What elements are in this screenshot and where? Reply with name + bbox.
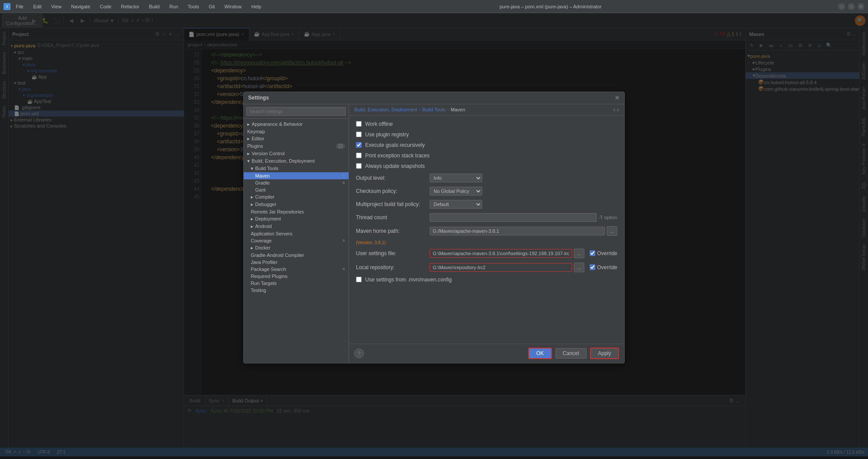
docker-arrow: ▸ — [251, 245, 253, 251]
nav-java-profiler[interactable]: Java Profiler — [244, 259, 349, 266]
nav-coverage[interactable]: Coverage ≡ — [244, 237, 349, 244]
dialog-titlebar: Settings ✕ — [244, 92, 624, 104]
user-settings-label: User settings file: — [356, 250, 426, 256]
thread-count-suffix: -T option — [598, 215, 617, 220]
settings-search-input[interactable] — [246, 107, 346, 116]
output-level-row: Output level: Info Debug Error — [356, 174, 617, 182]
plugins-badge: 15 — [336, 143, 345, 149]
nav-editor-label: Editor — [252, 136, 264, 141]
nav-version-control[interactable]: ▸ Version Control — [244, 150, 349, 157]
nav-appearance[interactable]: ▸ Appearance & Behavior — [244, 121, 349, 128]
nav-gradle[interactable]: Gradle ≡ — [244, 179, 349, 186]
nav-build-tools[interactable]: ▾ Build Tools — [244, 165, 349, 172]
nav-package-search-label: Package Search — [251, 267, 286, 272]
menu-refactor[interactable]: Refactor — [119, 3, 141, 10]
use-mvn-settings-row: Use settings from .mvn/maven.config — [356, 277, 617, 283]
use-plugin-registry-checkbox[interactable] — [356, 132, 362, 137]
dialog-cancel-button[interactable]: Cancel — [555, 348, 587, 359]
checksum-policy-dropdown[interactable]: No Global Policy Warn Fail — [430, 187, 482, 196]
dialog-help-button[interactable]: ? — [354, 349, 364, 358]
nav-build-exec-deploy[interactable]: ▾ Build, Execution, Deployment — [244, 157, 349, 165]
compiler-arrow: ▸ — [251, 194, 253, 200]
nav-testing[interactable]: Testing — [244, 287, 349, 294]
local-repo-browse-btn[interactable]: ... — [574, 263, 584, 272]
user-settings-value: ... Override — [430, 249, 617, 258]
nav-debugger[interactable]: ▸ Debugger — [244, 201, 349, 208]
menu-git[interactable]: Git — [207, 3, 217, 10]
execute-goals-checkbox[interactable] — [356, 142, 362, 148]
nav-plugins[interactable]: Plugins 15 — [244, 142, 349, 150]
nav-editor[interactable]: ▸ Editor — [244, 135, 349, 142]
local-repo-input[interactable] — [430, 263, 572, 272]
menu-code[interactable]: Code — [98, 3, 113, 10]
nav-app-servers-label: Application Servers — [251, 231, 292, 236]
nav-compiler-label: Compiler — [255, 194, 274, 199]
thread-count-label: Thread count — [356, 214, 426, 221]
coverage-badge: ≡ — [342, 238, 345, 243]
menu-file[interactable]: File — [14, 3, 25, 10]
menu-run[interactable]: Run — [167, 3, 180, 10]
bc-build-tools[interactable]: Build Tools — [422, 107, 445, 112]
execute-goals-label: Execute goals recursively — [365, 142, 425, 148]
menu-tools[interactable]: Tools — [186, 3, 201, 10]
print-exception-checkbox[interactable] — [356, 153, 362, 158]
nav-appearance-label: Appearance & Behavior — [252, 121, 302, 127]
output-level-dropdown[interactable]: Info Debug Error — [430, 174, 482, 182]
bc-back-arrow[interactable]: ‹ — [613, 106, 615, 113]
menu-navigate[interactable]: Navigate — [69, 3, 92, 10]
work-offline-checkbox[interactable] — [356, 121, 362, 127]
use-plugin-registry-label: Use plugin registry — [365, 132, 409, 138]
menu-window[interactable]: Window — [223, 3, 243, 10]
local-repo-row: Local repository: ... Override — [356, 263, 617, 272]
menu-build[interactable]: Build — [147, 3, 161, 10]
dialog-close-button[interactable]: ✕ — [615, 94, 620, 101]
always-update-checkbox[interactable] — [356, 163, 362, 169]
nav-gradle-label: Gradle — [255, 180, 270, 185]
dialog-apply-button[interactable]: Apply — [590, 348, 619, 359]
nav-app-servers[interactable]: Application Servers — [244, 230, 349, 237]
nav-deployment[interactable]: ▸ Deployment — [244, 215, 349, 223]
bc-build[interactable]: Build, Execution, Deployment — [354, 107, 417, 112]
multiproject-dropdown[interactable]: Default Always Never — [430, 200, 482, 209]
nav-debugger-label: Debugger — [255, 202, 276, 207]
always-update-row: Always update snapshots — [356, 163, 617, 169]
use-mvn-settings-checkbox[interactable] — [356, 277, 362, 282]
multiproject-row: Multiproject build fail policy: Default … — [356, 200, 617, 209]
user-settings-override-checkbox[interactable] — [590, 250, 595, 256]
nav-android[interactable]: ▸ Android — [244, 223, 349, 230]
menu-help[interactable]: Help — [249, 3, 263, 10]
menu-edit[interactable]: Edit — [32, 3, 43, 10]
appearance-arrow: ▸ — [247, 121, 250, 127]
nav-run-targets-label: Run Targets — [251, 281, 277, 286]
nav-remote-jar[interactable]: Remote Jar Repositories — [244, 208, 349, 215]
close-button[interactable]: ✕ — [857, 3, 864, 10]
minimize-button[interactable]: — — [838, 3, 845, 10]
user-settings-input[interactable] — [430, 249, 572, 258]
local-repo-override-checkbox[interactable] — [590, 264, 595, 270]
nav-package-search[interactable]: Package Search ≡ — [244, 266, 349, 273]
nav-required-plugins[interactable]: Required Plugins — [244, 273, 349, 280]
thread-count-input[interactable] — [430, 213, 597, 222]
nav-gant[interactable]: Gant — [244, 186, 349, 193]
nav-maven[interactable]: Maven ≡ — [244, 172, 349, 179]
menu-view[interactable]: View — [50, 3, 64, 10]
bt-arrow: ▾ — [251, 166, 253, 171]
nav-compiler[interactable]: ▸ Compiler — [244, 193, 349, 201]
maven-home-input[interactable] — [430, 227, 605, 235]
maven-home-value: ... — [430, 226, 617, 236]
bc-forward-arrow[interactable]: › — [617, 106, 619, 113]
output-level-label: Output level: — [356, 175, 426, 181]
bed-arrow: ▾ — [247, 158, 250, 164]
maven-home-browse-btn[interactable]: ... — [607, 226, 617, 236]
dialog-ok-button[interactable]: OK — [528, 348, 551, 359]
nav-gradle-android[interactable]: Gradle-Android Compiler — [244, 252, 349, 259]
nav-docker[interactable]: ▸ Docker — [244, 244, 349, 252]
nav-remote-jar-label: Remote Jar Repositories — [251, 209, 304, 214]
print-exception-label: Print exception stack traces — [365, 153, 430, 159]
thread-count-value: -T option — [430, 213, 617, 222]
nav-keymap[interactable]: Keymap — [244, 128, 349, 135]
maximize-button[interactable]: □ — [848, 3, 855, 10]
nav-run-targets[interactable]: Run Targets — [244, 280, 349, 287]
user-settings-browse-btn[interactable]: ... — [574, 249, 584, 258]
maven-version-hint: (Version: 3.8.1) — [356, 240, 617, 245]
